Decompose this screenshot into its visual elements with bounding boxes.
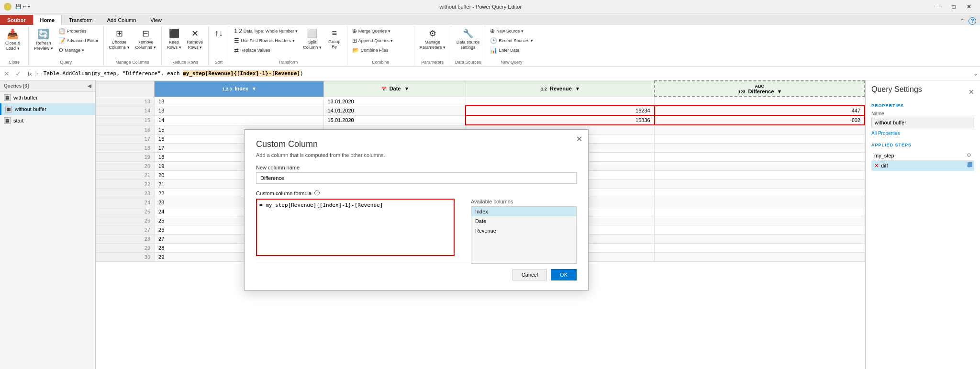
step-my_step-gear-icon[interactable]: ⚙: [967, 152, 971, 158]
difference-cell: [655, 243, 865, 252]
split-column-button[interactable]: ⬜ SplitColumn ▾: [301, 27, 324, 52]
modal-cancel-button[interactable]: Cancel: [512, 269, 547, 280]
available-columns-area: Available columns Index Date Revenue: [471, 199, 577, 264]
first-row-label: Use First Row as Headers ▾: [241, 38, 295, 43]
new-source-button[interactable]: ⊕ New Source ▾: [488, 27, 535, 35]
manage-parameters-button[interactable]: ⚙ ManageParameters ▾: [417, 27, 448, 52]
enter-data-button[interactable]: 📊 Enter Data: [488, 46, 535, 55]
col-item-revenue[interactable]: Revenue: [471, 226, 576, 235]
tab-transform[interactable]: Transform: [62, 15, 100, 25]
append-queries-button[interactable]: ⊞ Append Queries ▾: [350, 36, 395, 45]
keep-rows-icon: ⬛: [169, 28, 179, 39]
query-settings-close-icon[interactable]: ✕: [969, 88, 974, 96]
quick-access-bar: 💾 ↩ ▾: [15, 4, 30, 9]
data-type-button[interactable]: 1.2 Data Type: Whole Number ▾: [232, 27, 300, 35]
modal-ok-button[interactable]: OK: [551, 269, 577, 280]
close-load-button[interactable]: 📥 Close &Load ▾: [3, 27, 23, 53]
sort-asc-button[interactable]: ↑↓: [212, 27, 226, 40]
ribbon-help-collapse[interactable]: ⌃: [960, 18, 965, 24]
new-source-icon: ⊕: [490, 28, 495, 34]
ribbon-group-transform: 1.2 Data Type: Whole Number ▾ ☰ Use Firs…: [229, 26, 347, 66]
revenue-cell: 16234: [466, 106, 655, 115]
tab-soubor[interactable]: Soubor: [0, 15, 33, 25]
difference-cell: [655, 170, 865, 179]
properties-button[interactable]: 📋 Properties: [56, 27, 100, 35]
data-source-settings-button[interactable]: 🔧 Data sourcesettings: [454, 27, 482, 52]
index-cell: 14: [155, 115, 324, 125]
formula-cancel-icon[interactable]: ✕: [2, 70, 11, 78]
query-item-start[interactable]: ▦ start: [0, 115, 95, 126]
index-col-label: Index: [234, 86, 248, 91]
title-bar: ⚡ 💾 ↩ ▾ without buffer - Power Query Edi…: [0, 0, 980, 13]
maximize-button[interactable]: □: [947, 2, 961, 11]
table-row: 151415.01.202016836-602: [96, 115, 865, 125]
step-diff-active-indicator: [968, 162, 972, 167]
tab-home[interactable]: Home: [33, 15, 62, 25]
formula-input[interactable]: = Table.AddColumn(my_step, "Difference",…: [37, 70, 971, 77]
choose-columns-button[interactable]: ⊞ ChooseColumns ▾: [107, 27, 132, 52]
step-my_step[interactable]: my_step ⚙: [871, 150, 974, 160]
refresh-icon: 🔄: [37, 28, 49, 40]
revenue-cell: [466, 97, 655, 106]
formula-textarea[interactable]: = my_step[Revenue]{[Index]-1}-[Revenue]: [256, 199, 455, 256]
date-col-label: Date: [390, 86, 401, 91]
keep-rows-button[interactable]: ⬛ KeepRows ▾: [165, 27, 184, 52]
title-bar-icons: ⚡ 💾 ↩ ▾: [4, 3, 30, 11]
query-item-with-buffer[interactable]: ▦ with buffer: [0, 92, 95, 103]
name-input[interactable]: [871, 118, 974, 127]
difference-col-header[interactable]: ABC123 Difference ▾: [655, 81, 865, 97]
advanced-editor-button[interactable]: 📝 Advanced Editor: [56, 36, 100, 45]
ribbon-group-sort: ↑↓ Sort: [209, 26, 229, 66]
manage-params-label: ManageParameters ▾: [420, 40, 445, 50]
revenue-col-filter-icon[interactable]: ▾: [576, 86, 579, 91]
first-row-headers-button[interactable]: ☰ Use First Row as Headers ▾: [232, 36, 300, 45]
date-cell: 14.01.2020: [323, 106, 466, 115]
col-item-index[interactable]: Index: [471, 207, 576, 216]
date-col-header[interactable]: 📅 Date ▾: [323, 81, 466, 97]
combine-files-button[interactable]: 📂 Combine Files: [350, 46, 395, 55]
tab-add-column[interactable]: Add Column: [100, 15, 144, 25]
formula-expand-icon[interactable]: ⌄: [973, 70, 978, 77]
step-diff[interactable]: ✕ diff ⚙: [871, 160, 974, 171]
row-number-cell: 23: [96, 189, 155, 198]
revenue-col-header[interactable]: 1.2 Revenue ▾: [466, 81, 655, 97]
difference-cell: [655, 252, 865, 261]
date-col-filter-icon[interactable]: ▾: [405, 86, 408, 91]
query-item-without-buffer[interactable]: ▦ without buffer: [0, 103, 95, 115]
formula-suffix: ): [300, 70, 303, 77]
formula-confirm-icon[interactable]: ✓: [13, 70, 23, 78]
row-number-cell: 25: [96, 207, 155, 216]
col-item-date[interactable]: Date: [471, 216, 576, 226]
merge-queries-button[interactable]: ⊕ Merge Queries ▾: [350, 27, 395, 35]
index-col-header[interactable]: 1,2,3 Index ▾: [155, 81, 324, 97]
tab-view[interactable]: View: [143, 15, 169, 25]
new-column-name-input[interactable]: [256, 172, 577, 184]
difference-cell: [655, 216, 865, 225]
ribbon-group-combine: ⊕ Merge Queries ▾ ⊞ Append Queries ▾ 📂 C…: [347, 26, 414, 66]
group-by-button[interactable]: ≡ GroupBy: [325, 27, 344, 51]
remove-rows-label: RemoveRows ▾: [187, 40, 203, 50]
minimize-button[interactable]: ─: [931, 2, 946, 11]
queries-collapse-icon[interactable]: ◀: [88, 83, 91, 89]
remove-rows-button[interactable]: ✕ RemoveRows ▾: [185, 27, 206, 52]
row-number-cell: 27: [96, 225, 155, 234]
close-group-label: Close: [3, 59, 25, 65]
close-window-button[interactable]: ✕: [962, 2, 976, 11]
manage-icon: ⚙: [58, 47, 64, 54]
refresh-preview-button[interactable]: 🔄 RefreshPreview ▾: [32, 27, 56, 53]
manage-button[interactable]: ⚙ Manage ▾: [56, 46, 100, 55]
replace-values-button[interactable]: ⇄ Replace Values: [232, 46, 300, 55]
choose-columns-label: ChooseColumns ▾: [109, 40, 130, 50]
choose-columns-icon: ⊞: [116, 28, 123, 39]
recent-sources-button[interactable]: 🕒 Recent Sources ▾: [488, 36, 535, 45]
all-properties-link[interactable]: All Properties: [871, 131, 900, 136]
new-query-group-label: New Query: [488, 59, 535, 65]
step-diff-x-icon[interactable]: ✕: [874, 162, 879, 169]
index-col-filter-icon[interactable]: ▾: [253, 86, 256, 91]
window-controls: ─ □ ✕: [931, 2, 976, 11]
ribbon-help-icon[interactable]: ?: [969, 17, 976, 25]
remove-columns-button[interactable]: ⊟ RemoveColumns ▾: [133, 27, 158, 52]
modal-close-button[interactable]: ✕: [576, 134, 582, 144]
recent-sources-icon: 🕒: [490, 37, 497, 44]
difference-col-filter-icon[interactable]: ▾: [778, 89, 781, 94]
